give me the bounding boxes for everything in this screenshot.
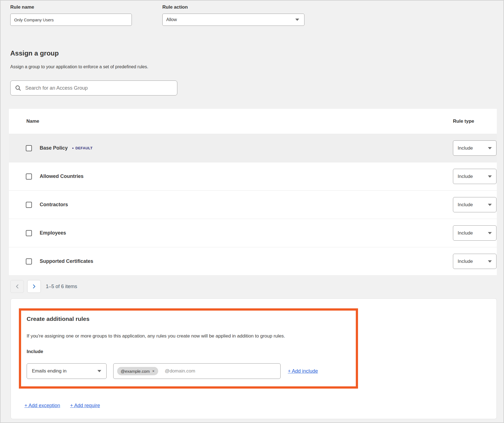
access-groups-table: Name Rule type Base Policy • DEFAULT Inc…	[9, 109, 497, 276]
add-exception-link[interactable]: + Add exception	[24, 403, 60, 409]
rule-action-field: Rule action Allow	[162, 4, 304, 26]
include-rule-controls: Emails ending in @example.com × + Add in…	[27, 363, 350, 379]
search-icon	[15, 85, 21, 91]
row-checkbox[interactable]	[26, 258, 32, 265]
include-label: Include	[27, 349, 350, 354]
prev-page-button[interactable]	[10, 280, 24, 293]
email-domain-chip: @example.com ×	[117, 367, 158, 375]
rule-type-select[interactable]: Include	[453, 197, 497, 212]
badge-bullet: •	[72, 146, 74, 150]
assign-group-description: Assign a group to your application to en…	[10, 64, 177, 69]
chevron-down-icon	[488, 147, 492, 149]
chevron-down-icon	[488, 260, 492, 263]
chevron-right-icon	[32, 284, 36, 289]
pagination: 1–5 of 6 items	[10, 280, 77, 293]
chevron-down-icon	[488, 232, 492, 234]
rule-form: Rule name Rule action Allow	[10, 4, 304, 26]
group-name: Contractors	[40, 202, 68, 208]
column-header-rule-type: Rule type	[453, 119, 497, 124]
group-name: Base Policy	[40, 145, 68, 151]
chevron-down-icon	[488, 175, 492, 178]
rule-type-select[interactable]: Include	[453, 225, 497, 241]
row-checkbox[interactable]	[26, 145, 32, 151]
chip-close-icon[interactable]: ×	[152, 369, 154, 373]
rule-action-label: Rule action	[162, 4, 304, 10]
default-badge: • DEFAULT	[72, 146, 92, 150]
rule-footer-links: + Add exception + Add require	[24, 403, 100, 409]
row-checkbox[interactable]	[26, 202, 32, 208]
column-header-name: Name	[9, 119, 453, 124]
access-rule-page: Rule name Rule action Allow Assign a gro…	[0, 0, 504, 423]
table-row: Employees Include	[9, 219, 497, 247]
chevron-down-icon	[295, 19, 299, 21]
rule-action-select[interactable]: Allow	[162, 14, 304, 26]
access-group-search[interactable]	[10, 80, 177, 95]
table-header: Name Rule type	[9, 109, 497, 134]
row-checkbox[interactable]	[26, 230, 32, 236]
table-row: Supported Certificates Include	[9, 247, 497, 276]
table-row: Allowed Countries Include	[9, 162, 497, 191]
rule-action-value: Allow	[166, 17, 177, 22]
pagination-status: 1–5 of 6 items	[46, 284, 77, 289]
rule-type-select[interactable]: Include	[453, 140, 497, 156]
group-name: Supported Certificates	[40, 258, 93, 264]
assign-group-heading: Assign a group	[10, 49, 177, 57]
domain-text-input[interactable]	[164, 368, 277, 374]
rule-selector-value: Emails ending in	[32, 368, 67, 374]
chevron-left-icon	[16, 284, 19, 289]
additional-rules-description: If you're assigning one or more groups t…	[27, 333, 350, 339]
rule-type-select[interactable]: Include	[453, 169, 497, 184]
rule-selector-select[interactable]: Emails ending in	[27, 363, 107, 379]
assign-group-section: Assign a group Assign a group to your ap…	[10, 49, 177, 95]
search-input[interactable]	[25, 85, 173, 91]
table-row: Base Policy • DEFAULT Include	[9, 134, 497, 162]
add-include-link[interactable]: + Add include	[288, 368, 318, 374]
chevron-down-icon	[97, 370, 101, 372]
group-name: Allowed Countries	[40, 173, 84, 179]
chevron-down-icon	[488, 204, 492, 206]
table-row: Contractors Include	[9, 191, 497, 219]
group-name: Employees	[40, 230, 66, 236]
additional-rules-heading: Create additional rules	[27, 316, 350, 322]
additional-rules-card: Create additional rules If you're assign…	[11, 298, 497, 419]
add-require-link[interactable]: + Add require	[70, 403, 100, 409]
next-page-button[interactable]	[27, 280, 41, 293]
rule-name-label: Rule name	[10, 4, 132, 10]
row-checkbox[interactable]	[26, 173, 32, 180]
highlight-annotation-box: Create additional rules If you're assign…	[19, 308, 358, 389]
rule-name-field: Rule name	[10, 4, 132, 26]
email-domain-input[interactable]: @example.com ×	[113, 363, 281, 379]
rule-type-select[interactable]: Include	[453, 254, 497, 269]
rule-name-input[interactable]	[10, 14, 132, 26]
